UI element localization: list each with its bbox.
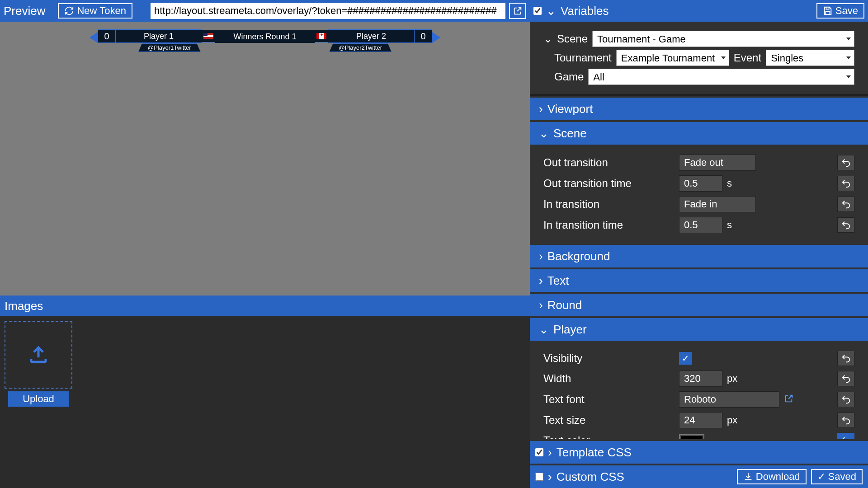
- saved-button[interactable]: ✓ Saved: [811, 469, 863, 484]
- scoreboard-overlay: 0 Player 1 Winners Round 1 Player 2 0 @P…: [98, 30, 432, 52]
- images-panel: Upload: [0, 316, 530, 488]
- preview-label: Preview: [4, 4, 45, 18]
- custom-css-checkbox[interactable]: [535, 473, 543, 481]
- variables-enable-checkbox[interactable]: [533, 7, 542, 15]
- game-select[interactable]: All: [588, 69, 854, 85]
- width-input[interactable]: [679, 371, 722, 387]
- settings-scroll[interactable]: ⌄ Scene Tournament - Game Tournament Exa…: [530, 22, 868, 439]
- template-css-label: Template CSS: [557, 446, 632, 460]
- chevron-down-icon[interactable]: ⌄: [543, 33, 552, 45]
- section-background[interactable]: › Background: [530, 245, 868, 267]
- undo-icon: [841, 394, 851, 404]
- section-player[interactable]: ⌄ Player: [530, 318, 868, 341]
- p1-flag: [202, 30, 215, 42]
- download-button[interactable]: Download: [737, 469, 807, 484]
- reset-button[interactable]: [837, 433, 854, 439]
- in-time-input[interactable]: [679, 217, 722, 233]
- in-transition-label: In transition: [543, 198, 679, 211]
- undo-icon: [841, 220, 851, 230]
- save-button[interactable]: Save: [816, 3, 864, 19]
- in-time-unit: s: [727, 219, 732, 231]
- overlay-url-input[interactable]: [151, 3, 505, 19]
- event-select[interactable]: Singles: [766, 50, 854, 66]
- external-link-icon: [784, 394, 794, 404]
- preview-toolbar: Preview New Token: [0, 0, 530, 22]
- check-icon: ✓: [817, 471, 826, 483]
- out-transition-input[interactable]: [679, 155, 756, 171]
- reset-button[interactable]: [837, 217, 854, 233]
- reset-button[interactable]: [837, 351, 854, 366]
- in-transition-input[interactable]: [679, 196, 756, 212]
- upload-dropzone[interactable]: [5, 321, 72, 389]
- visibility-checkbox[interactable]: ✓: [679, 352, 692, 365]
- section-player-body: Visibility ✓ Width px Text font: [530, 341, 868, 439]
- chevron-down-icon: ⌄: [539, 127, 549, 141]
- chevron-right-icon: ›: [548, 446, 552, 460]
- size-input[interactable]: [679, 412, 722, 428]
- scene-select-panel: ⌄ Scene Tournament - Game Tournament Exa…: [530, 22, 868, 96]
- reset-button[interactable]: [837, 176, 854, 191]
- undo-icon: [841, 374, 851, 384]
- external-link-icon: [513, 6, 523, 16]
- color-swatch[interactable]: [679, 434, 704, 439]
- size-unit: px: [727, 414, 737, 426]
- color-label: Text color: [543, 434, 679, 439]
- visibility-label: Visibility: [543, 352, 679, 365]
- open-external-button[interactable]: [509, 3, 526, 19]
- refresh-icon: [64, 6, 74, 16]
- undo-icon: [841, 415, 851, 425]
- p2-name: Player 2: [328, 29, 414, 43]
- template-css-row[interactable]: › Template CSS: [530, 441, 868, 464]
- game-label: Game: [554, 70, 584, 83]
- variables-toolbar: ⌄ Variables Save: [530, 0, 868, 22]
- section-viewport[interactable]: › Viewport: [530, 98, 868, 120]
- undo-icon: [841, 158, 851, 168]
- custom-css-label: Custom CSS: [557, 470, 624, 484]
- p1-name: Player 1: [116, 29, 202, 43]
- font-input[interactable]: [679, 391, 779, 408]
- out-time-input[interactable]: [679, 175, 722, 192]
- scene-label: Scene: [557, 33, 588, 45]
- undo-icon: [841, 436, 851, 439]
- font-external-link[interactable]: [784, 394, 794, 406]
- p1-score: 0: [98, 29, 116, 43]
- custom-css-row[interactable]: › Custom CSS Download ✓ Saved: [530, 465, 868, 488]
- template-css-checkbox[interactable]: [535, 448, 543, 456]
- reset-button[interactable]: [837, 197, 854, 212]
- undo-icon: [841, 353, 851, 363]
- tournament-select[interactable]: Example Tournament: [616, 50, 729, 66]
- upload-button[interactable]: Upload: [8, 391, 69, 407]
- variables-label: Variables: [561, 4, 609, 18]
- preview-canvas: 0 Player 1 Winners Round 1 Player 2 0 @P…: [0, 22, 530, 296]
- flag-ca-icon: [316, 33, 326, 39]
- out-transition-label: Out transition: [543, 156, 679, 169]
- p2-twitter: @Player2Twitter: [329, 43, 392, 52]
- chevron-right-icon: ›: [539, 249, 543, 263]
- decoration-wing-right: [432, 32, 440, 43]
- images-header: Images: [0, 296, 530, 316]
- upload-icon: [28, 344, 49, 366]
- scene-select[interactable]: Tournament - Game: [592, 31, 854, 47]
- tournament-label: Tournament: [554, 52, 612, 64]
- section-round[interactable]: › Round: [530, 294, 868, 316]
- p1-twitter: @Player1Twitter: [138, 43, 201, 52]
- new-token-button[interactable]: New Token: [58, 3, 132, 19]
- chevron-right-icon: ›: [539, 274, 543, 288]
- font-label: Text font: [543, 393, 679, 406]
- out-time-label: Out transition time: [543, 177, 679, 190]
- section-scene[interactable]: ⌄ Scene: [530, 122, 868, 145]
- width-label: Width: [543, 372, 679, 385]
- out-time-unit: s: [727, 178, 732, 189]
- p2-score: 0: [414, 29, 432, 43]
- undo-icon: [841, 178, 851, 188]
- flag-us-icon: [203, 33, 213, 39]
- reset-button[interactable]: [837, 392, 854, 407]
- download-icon: [743, 472, 753, 482]
- save-icon: [823, 6, 833, 16]
- section-text[interactable]: › Text: [530, 269, 868, 292]
- reset-button[interactable]: [837, 155, 854, 170]
- reset-button[interactable]: [837, 371, 854, 386]
- size-label: Text size: [543, 414, 679, 427]
- chevron-down-icon: ⌄: [546, 4, 556, 18]
- reset-button[interactable]: [837, 413, 854, 428]
